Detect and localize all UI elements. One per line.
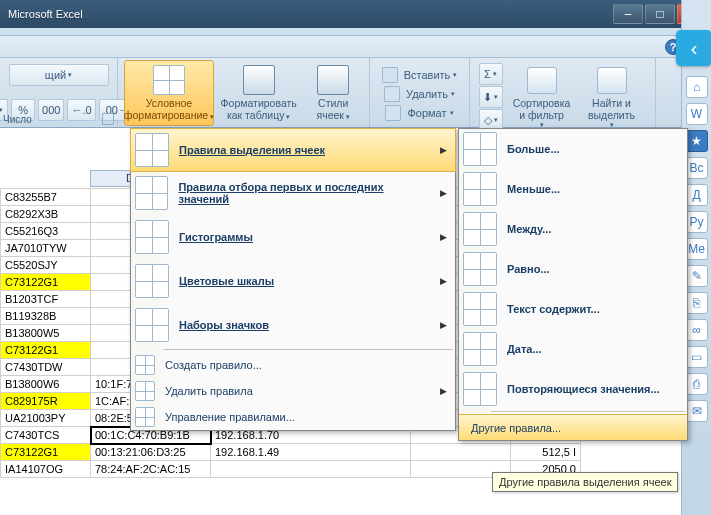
minimize-button[interactable]: – [613, 4, 643, 24]
cell[interactable]: B13800W6 [1, 376, 91, 393]
menu-item[interactable]: Наборы значков▶ [131, 303, 455, 347]
menu-item-icon [463, 132, 497, 166]
sidebar-button[interactable]: Mе [686, 238, 708, 260]
insert-cells-button[interactable]: Вставить▾ [382, 66, 458, 85]
number-dialog-launcher[interactable] [102, 113, 114, 125]
cell[interactable]: C55216Q3 [1, 223, 91, 240]
insert-icon [382, 67, 398, 83]
cell[interactable]: B119328B [1, 308, 91, 325]
menu-item-icon [135, 133, 169, 167]
format-cells-button[interactable]: Формат▾ [385, 104, 453, 123]
cell[interactable]: 78:24:AF:2C:AC:15 [91, 461, 211, 478]
cell[interactable]: C7430TCS [1, 427, 91, 444]
cell[interactable] [411, 444, 511, 461]
menu-item-icon [135, 176, 168, 210]
find-select-icon [597, 67, 627, 94]
format-icon [385, 105, 401, 121]
cell-styles-icon [317, 65, 349, 95]
sidebar-button[interactable]: Д [686, 184, 708, 206]
group-styles: Условное форматирование▾ Форматировать к… [118, 58, 370, 127]
menu-item-other-rules[interactable]: Другие правила... [459, 414, 687, 440]
cell[interactable]: C829175R [1, 393, 91, 410]
sidebar-button[interactable]: ⎘ [686, 292, 708, 314]
menu-item[interactable]: Управление правилами... [131, 404, 455, 430]
cell[interactable]: C73122G1 [1, 274, 91, 291]
sidebar-button[interactable]: ★ [686, 130, 708, 152]
cell[interactable]: C7430TDW [1, 359, 91, 376]
menu-item[interactable]: Больше... [459, 129, 687, 169]
cell[interactable]: C5520SJY [1, 257, 91, 274]
sidebar-button[interactable]: ⎙ [686, 373, 708, 395]
maximize-button[interactable]: □ [645, 4, 675, 24]
menu-item-icon [135, 308, 169, 342]
menu-item[interactable]: Гистограммы▶ [131, 215, 455, 259]
window-title: Microsoft Excel [4, 8, 611, 20]
menu-item[interactable]: Создать правило... [131, 352, 455, 378]
menu-separator [491, 411, 685, 412]
ribbon: щий▾ ₽▾ % 000 ←.0 .00→ Число Условное фо… [0, 58, 711, 128]
cell[interactable]: 512,5 I [511, 444, 581, 461]
menu-item[interactable]: Дата... [459, 329, 687, 369]
sort-filter-button[interactable]: Сортировка и фильтр▾ [507, 63, 577, 129]
autosum-button[interactable]: Σ▾ [479, 63, 503, 85]
sidebar-button[interactable]: ✉ [686, 400, 708, 422]
cell[interactable]: C83255B7 [1, 189, 91, 206]
menu-item-icon [463, 332, 497, 366]
group-editing: Σ▾ ⬇▾ ◇▾ Сортировка и фильтр▾ Найти и вы… [470, 58, 656, 127]
group-number-label: Число [3, 114, 32, 125]
number-format-combo[interactable]: щий▾ [9, 64, 109, 86]
fill-button[interactable]: ⬇▾ [479, 86, 503, 108]
cell[interactable]: 192.168.1.49 [211, 444, 411, 461]
sidebar-button[interactable]: Ру [686, 211, 708, 233]
menu-item-icon [135, 381, 155, 401]
cell-styles-button[interactable]: Стили ячеек▾ [303, 60, 363, 126]
conditional-formatting-icon [153, 65, 185, 95]
sidebar-button[interactable]: ▭ [686, 346, 708, 368]
format-as-table-button[interactable]: Форматировать как таблицу▾ [214, 60, 303, 126]
cell[interactable] [211, 461, 411, 478]
cell[interactable]: JA7010TYW [1, 240, 91, 257]
group-cells: Вставить▾ Удалить▾ Формат▾ [370, 58, 470, 127]
sidebar-button[interactable]: ⌂ [686, 76, 708, 98]
menu-item-icon [463, 172, 497, 206]
quick-access-area [0, 28, 711, 36]
sidebar-button[interactable]: W [686, 103, 708, 125]
sidebar-button[interactable]: ∞ [686, 319, 708, 341]
cell[interactable]: C73122G1 [1, 342, 91, 359]
menu-item-icon [135, 220, 169, 254]
cell[interactable]: UA21003PY [1, 410, 91, 427]
cell[interactable]: 00:13:21:06:D3:25 [91, 444, 211, 461]
menu-item[interactable]: Повторяющиеся значения... [459, 369, 687, 409]
menu-item-icon [463, 252, 497, 286]
menu-item-icon [463, 372, 497, 406]
cell[interactable]: B13800W5 [1, 325, 91, 342]
menu-item[interactable]: Правила выделения ячеек▶ [130, 128, 456, 172]
find-select-button[interactable]: Найти и выделить▾ [577, 63, 647, 129]
menu-item[interactable]: Удалить правила▶ [131, 378, 455, 404]
menu-item-icon [135, 407, 155, 427]
sidebar-button[interactable]: Вс [686, 157, 708, 179]
cell[interactable]: IA14107OG [1, 461, 91, 478]
conditional-formatting-menu: Правила выделения ячеек▶Правила отбора п… [130, 128, 456, 431]
menu-item[interactable]: Между... [459, 209, 687, 249]
tooltip: Другие правила выделения ячеек [492, 472, 678, 492]
sort-filter-icon [527, 67, 557, 94]
group-number: щий▾ ₽▾ % 000 ←.0 .00→ Число [0, 58, 118, 127]
table-row[interactable]: C73122G100:13:21:06:D3:25192.168.1.49512… [1, 444, 581, 461]
menu-item[interactable]: Правила отбора первых и последних значен… [131, 171, 455, 215]
conditional-formatting-button[interactable]: Условное форматирование▾ [124, 60, 214, 126]
cell[interactable]: C73122G1 [1, 444, 91, 461]
delete-cells-button[interactable]: Удалить▾ [384, 85, 455, 104]
caption-help-row: ? [0, 36, 711, 58]
menu-item[interactable]: Цветовые шкалы▶ [131, 259, 455, 303]
menu-item[interactable]: Меньше... [459, 169, 687, 209]
cell[interactable]: C8292X3B [1, 206, 91, 223]
menu-item[interactable]: Текст содержит... [459, 289, 687, 329]
cell[interactable]: B1203TCF [1, 291, 91, 308]
sidebar-expand-button[interactable]: ‹ [676, 30, 711, 66]
delete-icon [384, 86, 400, 102]
menu-separator [163, 349, 453, 350]
menu-item[interactable]: Равно... [459, 249, 687, 289]
menu-item-icon [135, 355, 155, 375]
sidebar-button[interactable]: ✎ [686, 265, 708, 287]
